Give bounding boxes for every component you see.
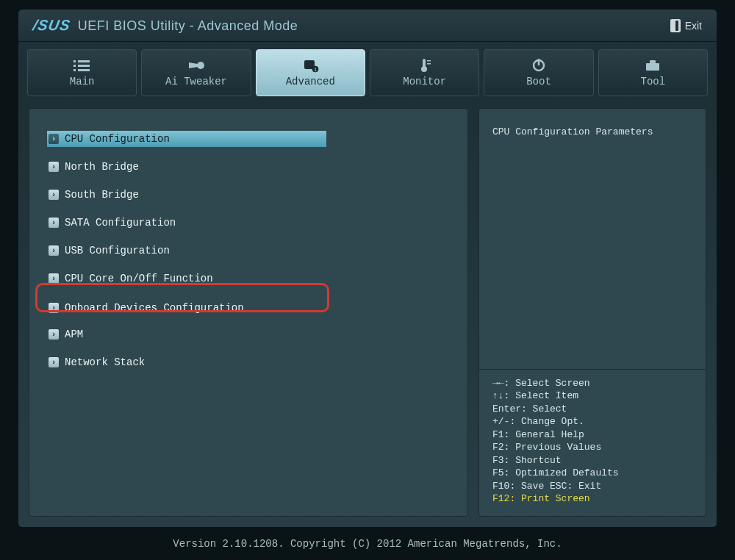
svg-point-11 [421, 66, 427, 72]
exit-button[interactable]: Exit [670, 19, 702, 32]
comet-icon [186, 58, 207, 73]
menu-label: CPU Configuration [65, 133, 170, 145]
tab-boot[interactable]: Boot [484, 49, 593, 96]
key-help: →←: Select Screen ↑↓: Select Item Enter:… [492, 377, 692, 506]
menu-label: SATA Configuration [65, 217, 176, 229]
chevron-right-icon: › [49, 245, 59, 256]
help-line: F5: Optimized Defaults [492, 467, 692, 480]
svg-rect-15 [538, 59, 540, 65]
svg-rect-0 [74, 60, 76, 62]
chevron-right-icon: › [49, 134, 59, 144]
help-description: CPU Configuration Parameters [492, 126, 692, 362]
tab-tool[interactable]: Tool [598, 49, 708, 96]
exit-label: Exit [685, 20, 702, 32]
menu-item-cpu-core-onoff[interactable]: › CPU Core On/Off Function [47, 270, 326, 287]
chevron-right-icon: › [49, 162, 59, 172]
svg-rect-3 [78, 65, 90, 67]
help-line: +/-: Change Opt. [492, 415, 692, 428]
help-line: F2: Previous Values [492, 441, 692, 454]
chevron-right-icon: › [49, 273, 59, 284]
footer-text: Version 2.10.1208. Copyright (C) 2012 Am… [0, 538, 735, 550]
help-line: Enter: Select [492, 403, 692, 416]
tab-ai-tweaker[interactable]: Ai Tweaker [141, 49, 251, 96]
menu-label: Network Stack [65, 356, 145, 368]
thermometer-icon [415, 58, 435, 73]
svg-rect-1 [78, 60, 90, 62]
tab-bar: Main Ai Tweaker i Advanced Monitor Boot … [18, 42, 717, 96]
tab-monitor[interactable]: Monitor [370, 49, 479, 96]
toolbox-icon [642, 58, 663, 73]
tab-label: Tool [641, 76, 666, 87]
menu-item-sata-configuration[interactable]: › SATA Configuration [47, 215, 326, 231]
title-group: /SUS UEFI BIOS Utility - Advanced Mode [33, 17, 298, 34]
svg-rect-2 [74, 65, 76, 67]
chevron-right-icon: › [49, 190, 59, 200]
svg-text:i: i [314, 67, 317, 73]
menu-label: North Bridge [65, 161, 139, 173]
svg-rect-5 [78, 69, 90, 71]
menu-label: CPU Core On/Off Function [65, 273, 213, 284]
help-line: →←: Select Screen [492, 377, 692, 390]
menu-item-cpu-configuration[interactable]: › CPU Configuration [47, 131, 326, 147]
tab-label: Ai Tweaker [165, 76, 227, 87]
help-line: ↑↓: Select Item [492, 390, 692, 403]
help-line: F1: General Help [492, 428, 692, 442]
menu-item-onboard-devices[interactable]: › Onboard Devices Configuration [47, 300, 326, 316]
menu-label: USB Configuration [65, 245, 170, 256]
tab-advanced[interactable]: i Advanced [256, 49, 365, 96]
help-line: F3: Shortcut [492, 454, 692, 467]
menu-item-network-stack[interactable]: › Network Stack [47, 354, 326, 370]
tab-label: Boot [526, 76, 551, 87]
svg-point-6 [197, 62, 204, 69]
menu-list: › CPU Configuration › North Bridge › Sou… [47, 131, 450, 370]
tab-main[interactable]: Main [27, 49, 137, 96]
help-line: F10: Save ESC: Exit [492, 480, 692, 493]
titlebar: /SUS UEFI BIOS Utility - Advanced Mode E… [18, 10, 717, 42]
tab-label: Main [70, 76, 95, 87]
brand-logo: /SUS [32, 17, 72, 34]
help-line-highlight: F12: Print Screen [492, 492, 692, 506]
power-icon [528, 58, 549, 73]
chevron-right-icon: › [49, 218, 59, 228]
divider [479, 369, 706, 370]
chip-icon: i [300, 58, 320, 73]
menu-panel: › CPU Configuration › North Bridge › Sou… [29, 108, 468, 517]
svg-rect-16 [646, 63, 659, 71]
menu-label: Onboard Devices Configuration [65, 302, 244, 314]
content-area: › CPU Configuration › North Bridge › Sou… [18, 96, 717, 527]
door-icon [670, 19, 681, 32]
chevron-right-icon: › [49, 329, 59, 340]
chevron-right-icon: › [49, 303, 59, 313]
help-panel: CPU Configuration Parameters →←: Select … [478, 108, 706, 517]
svg-rect-12 [427, 60, 431, 62]
menu-item-south-bridge[interactable]: › South Bridge [47, 187, 326, 203]
menu-item-usb-configuration[interactable]: › USB Configuration [47, 243, 326, 259]
menu-item-north-bridge[interactable]: › North Bridge [47, 159, 326, 175]
menu-label: APM [65, 329, 83, 340]
window-title: UEFI BIOS Utility - Advanced Mode [78, 18, 298, 34]
svg-rect-4 [74, 69, 76, 71]
chevron-right-icon: › [49, 357, 59, 367]
menu-label: South Bridge [65, 189, 139, 201]
tab-label: Advanced [286, 76, 335, 87]
list-icon [72, 58, 93, 73]
tab-label: Monitor [403, 76, 446, 87]
menu-item-apm[interactable]: › APM [47, 326, 326, 342]
svg-rect-13 [427, 63, 431, 65]
svg-rect-17 [650, 60, 656, 63]
bios-window: /SUS UEFI BIOS Utility - Advanced Mode E… [18, 9, 717, 528]
